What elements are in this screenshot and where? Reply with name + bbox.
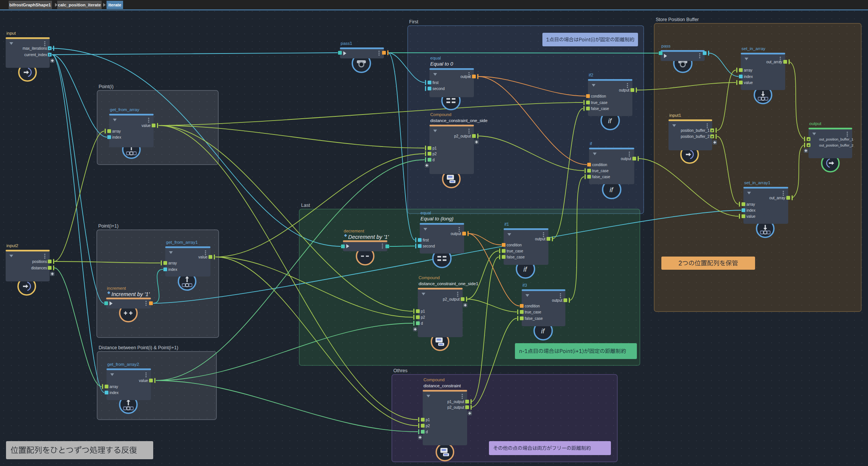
svg-text:true_case: true_case [507,249,523,253]
svg-text:input: input [6,31,16,35]
svg-text:get_from_array2: get_from_array2 [107,362,139,367]
svg-text:increment: increment [107,286,126,290]
svg-text:equal: equal [430,56,441,60]
svg-text:input2: input2 [6,243,18,248]
svg-text:output: output [619,88,629,92]
svg-text:iterate: iterate [108,3,122,7]
svg-text:if1: if1 [504,222,509,226]
svg-text:true_case: true_case [525,310,541,314]
svg-text:Decrement by '1': Decrement by '1' [348,234,389,240]
svg-text:pass1: pass1 [341,41,352,46]
svg-text:get_from_array: get_from_array [110,107,139,112]
svg-text:pass: pass [661,44,671,48]
svg-text:false_case: false_case [592,175,610,179]
svg-text:array: array [746,202,755,206]
svg-text:out_array: out_array [766,60,782,64]
svg-text:Point(i): Point(i) [99,84,114,89]
svg-text:if3: if3 [522,283,527,287]
svg-text:Point(i+1): Point(i+1) [98,223,119,229]
svg-text:array: array [110,385,118,389]
svg-text:First: First [409,19,419,24]
svg-text:p1: p1 [426,418,430,422]
svg-text:input1: input1 [669,113,681,118]
svg-text:value: value [746,214,755,218]
svg-text:index: index [168,267,177,272]
svg-text:ø: ø [808,138,810,141]
svg-text:ø: ø [711,129,713,132]
svg-text:Last: Last [301,203,310,208]
svg-text:second: second [423,244,435,248]
svg-text:distances: distances [31,266,47,270]
svg-text:value: value [744,81,753,85]
svg-text:decrement: decrement [344,229,364,233]
svg-text:Increment by '1': Increment by '1' [111,291,150,297]
svg-text:first: first [423,238,429,242]
svg-text:output: output [621,157,631,161]
svg-text:if: if [590,141,592,146]
svg-text:true_case: true_case [591,101,608,105]
svg-text:p2_output: p2_output [454,134,471,138]
svg-text:d: d [432,158,435,162]
svg-text:Compound: Compound [430,112,451,117]
svg-text:Store Position Buffer: Store Position Buffer [656,17,699,22]
svg-text:output: output [809,121,822,126]
svg-text:get_from_array1: get_from_array1 [166,240,198,244]
svg-text:p2: p2 [426,424,430,428]
svg-text:out_position_buffer_1: out_position_buffer_1 [819,137,853,141]
svg-text:p2_output: p2_output [448,405,464,409]
svg-text:index: index [112,135,121,139]
svg-text:p2_output: p2_output [443,297,460,301]
svg-text:Compound: Compound [419,275,440,280]
svg-text:condition: condition [592,163,607,167]
svg-text:Distance between Point(i) & Po: Distance between Point(i) & Point(i+1) [99,345,178,350]
svg-text:false_case: false_case [507,255,525,259]
svg-text:if2: if2 [589,73,593,77]
svg-text:p1: p1 [432,146,437,150]
svg-text:distance_constraint: distance_constraint [423,383,461,388]
svg-text:calc_position_iterate: calc_position_iterate [58,3,101,7]
svg-text:array: array [112,129,121,133]
svg-text:Equal to {long}: Equal to {long} [420,216,454,222]
svg-text:positions: positions [32,260,47,264]
svg-text:value: value [142,124,151,128]
svg-text:bifrostGraphShape1: bifrostGraphShape1 [9,3,51,7]
svg-text:set_in_array1: set_in_array1 [744,180,771,185]
svg-text:condition: condition [525,304,540,308]
svg-text:array: array [744,68,752,72]
svg-text:index: index [110,391,119,395]
svg-text:ø: ø [711,135,713,138]
svg-text:set_in_array: set_in_array [742,46,766,51]
svg-text:Othres: Othres [393,368,408,373]
svg-text:p1: p1 [421,309,425,313]
svg-text:p1_output: p1_output [448,400,464,404]
svg-text:p2: p2 [432,152,437,156]
svg-text:index: index [744,75,753,79]
svg-text:output: output [460,75,471,79]
svg-text:output: output [552,298,562,303]
svg-text:#: # [49,53,51,57]
svg-text:position_buffer_2: position_buffer_2 [681,134,710,139]
svg-text:out_array: out_array [769,196,785,200]
svg-text:out_position_buffer_2: out_position_buffer_2 [819,143,853,147]
svg-text:equal: equal [420,211,431,215]
svg-text:d: d [426,430,428,434]
svg-text:position_buffer_1: position_buffer_1 [681,128,710,133]
svg-text:true_case: true_case [592,169,609,173]
svg-text:false_case: false_case [525,316,543,321]
svg-text:output: output [451,232,461,236]
svg-text:value: value [198,255,207,259]
svg-text:distance_constraint_one_side: distance_constraint_one_side [430,118,487,123]
svg-text:index: index [746,208,755,212]
svg-text:array: array [168,261,177,265]
svg-text:output: output [535,237,545,241]
svg-text:condition: condition [507,243,522,247]
svg-text:Compound: Compound [423,377,445,382]
svg-text:false_case: false_case [591,107,609,111]
svg-text:<: < [49,47,51,50]
svg-text:p2: p2 [421,315,425,319]
svg-text:Equal to 0: Equal to 0 [430,61,453,67]
svg-text:d: d [421,321,423,325]
svg-text:distance_constraint_one_side1: distance_constraint_one_side1 [419,281,478,286]
svg-text:first: first [432,81,439,85]
svg-text:second: second [432,87,445,91]
